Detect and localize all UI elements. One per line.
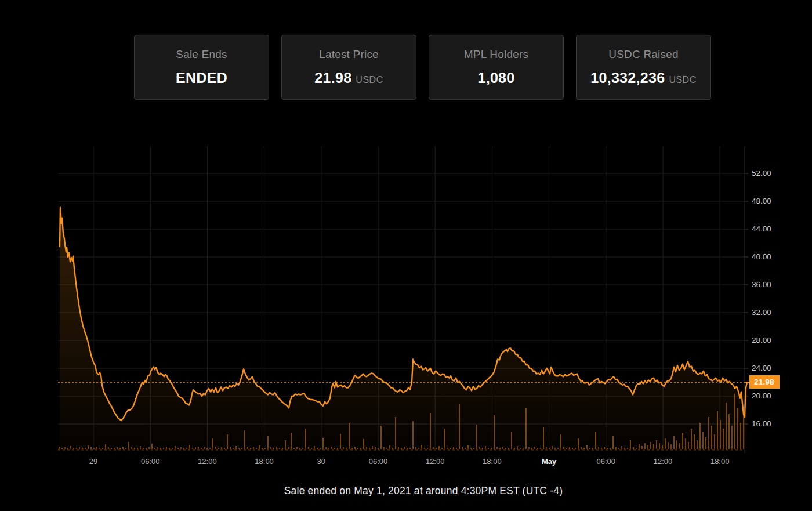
y-tick-label: 24.00 bbox=[752, 364, 786, 373]
x-tick-label: 12:00 bbox=[642, 457, 684, 466]
y-tick-label: 36.00 bbox=[752, 280, 786, 289]
y-tick-label: 32.00 bbox=[752, 308, 786, 317]
x-tick-label: 18:00 bbox=[471, 457, 513, 466]
x-tick-label: 29 bbox=[72, 457, 114, 466]
x-tick-label: 06:00 bbox=[357, 457, 399, 466]
y-tick-label: 16.00 bbox=[752, 419, 786, 429]
price-chart[interactable] bbox=[0, 0, 812, 511]
y-tick-label: 44.00 bbox=[752, 224, 786, 234]
y-tick-label: 28.00 bbox=[752, 336, 786, 345]
price-area-fill bbox=[60, 208, 747, 450]
x-tick-label: 18:00 bbox=[244, 457, 285, 466]
x-tick-label: May bbox=[528, 457, 570, 466]
sale-ended-caption: Sale ended on May 1, 2021 at around 4:30… bbox=[35, 485, 812, 497]
x-tick-label: 18:00 bbox=[699, 457, 741, 466]
token-sale-dashboard: Sale Ends ENDED Latest Price 21.98 USDC … bbox=[0, 0, 812, 511]
x-tick-label: 30 bbox=[300, 457, 342, 466]
last-price-badge: 21.98 bbox=[749, 375, 780, 389]
x-tick-label: 12:00 bbox=[186, 457, 228, 466]
y-tick-label: 48.00 bbox=[752, 197, 786, 206]
y-tick-label: 20.00 bbox=[752, 392, 786, 401]
x-tick-label: 06:00 bbox=[585, 457, 627, 466]
y-tick-label: 52.00 bbox=[752, 169, 786, 178]
x-tick-label: 12:00 bbox=[414, 457, 456, 466]
x-tick-label: 06:00 bbox=[129, 457, 171, 466]
y-tick-label: 40.00 bbox=[752, 252, 786, 262]
